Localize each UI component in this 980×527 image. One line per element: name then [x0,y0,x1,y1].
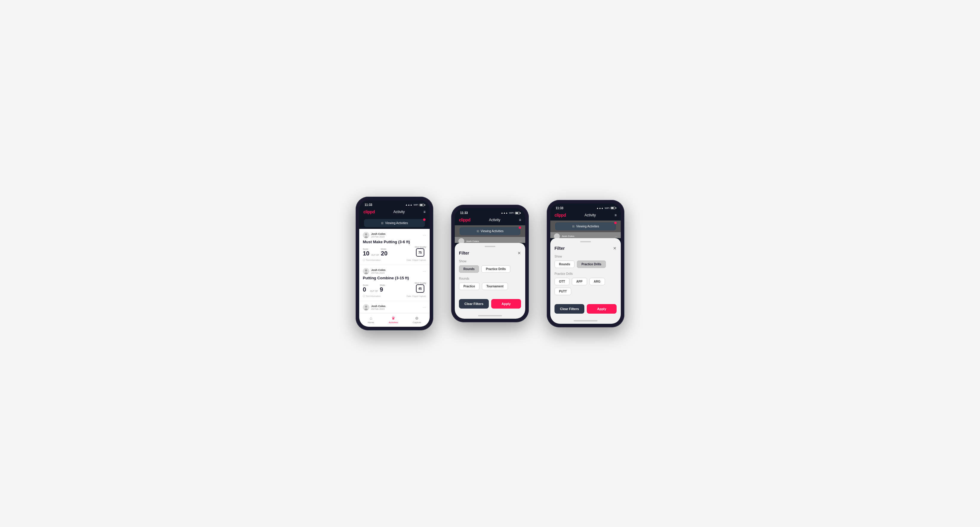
user-name-3: Josh Coles [371,305,385,308]
clear-filters-btn-2[interactable]: Clear Filters [459,299,489,309]
shots-value-1: 20 [381,250,388,257]
header-title-2: Activity [489,218,500,222]
shots-value-2: 9 [380,286,383,293]
apply-btn-2[interactable]: Apply [491,299,521,309]
show-label-2: Show [459,260,521,263]
stats-row-1: Score 10 OUT OF Shots 20 Shot Quality 75 [363,246,426,257]
notch-2 [480,208,500,214]
viewing-dot-2 [519,227,521,229]
test-info-1: ⓘ Test Information [363,259,381,262]
status-time-2: 11:33 [460,211,468,214]
filter-header-2: Filter ✕ [459,251,521,256]
home-label: Home [368,321,374,324]
quality-badge-1: 75 [416,248,424,257]
viewing-bar-text-3: Viewing Activities [576,225,599,228]
apply-btn-3[interactable]: Apply [587,304,617,314]
app-header-3: clippd Activity ≡ [550,211,621,221]
more-dots-2[interactable]: ··· [423,270,426,273]
scene: 11:33 ▲▲▲ WiFi clippd Activity ≡ [338,179,642,348]
show-buttons-2: Rounds Practice Drills [459,265,521,273]
nav-capture[interactable]: ⊕ Capture [413,316,421,324]
viewing-bar-2: ⊞ Viewing Activities [460,227,520,235]
show-label-3: Show [555,255,617,258]
capture-icon: ⊕ [415,316,418,321]
status-time-3: 11:33 [556,206,563,210]
wifi-icon-2: WiFi [509,211,514,214]
battery-fill-2 [516,213,518,214]
practice-btn-2[interactable]: Practice [459,283,480,290]
status-icons-3: ▲▲▲ WiFi [596,207,616,210]
ott-btn[interactable]: OTT [555,278,570,285]
phone-1-inner: 11:33 ▲▲▲ WiFi clippd Activity ≡ [359,200,430,327]
app-btn[interactable]: APP [572,278,587,285]
viewing-bar-3: ⊞ Viewing Activities [555,222,616,230]
more-dots-1[interactable]: ··· [423,234,426,237]
battery-icon-3 [611,207,616,209]
user-date-2: 28 Feb 2023 [371,271,385,274]
data-source-1: Data: Clippd Capture [407,259,426,261]
card-header-1: Josh Coles 28 Feb 2023 ··· [363,232,426,238]
activity-card-3[interactable]: Josh Coles 28 Feb 2023 ··· [359,301,430,313]
close-button-3[interactable]: ✕ [613,246,617,251]
score-label-2: Score [363,284,368,286]
header-title-1: Activity [393,210,405,214]
battery-icon [420,204,424,206]
clear-filters-btn-3[interactable]: Clear Filters [555,304,584,314]
viewing-bar-text-2: Viewing Activities [481,230,504,233]
quality-label-2: Shot Quality [415,282,426,284]
viewing-bar-1[interactable]: ⊞ Viewing Activities [364,219,425,227]
card-header-2: Josh Coles 28 Feb 2023 ··· [363,268,426,275]
user-name-1: Josh Coles [371,232,385,235]
avatar-3 [363,304,369,311]
app-header-1: clippd Activity ≡ [359,208,430,217]
filter-actions-3: Clear Filters Apply [555,304,617,314]
score-label-1: Score [363,248,369,250]
filter-handle-2 [485,246,495,247]
filter-handle-3 [580,241,591,242]
hamburger-icon-2[interactable]: ≡ [519,218,521,222]
rounds-buttons-2: Practice Tournament [459,283,521,290]
user-info-2: Josh Coles 28 Feb 2023 [363,268,385,275]
rounds-show-btn-3[interactable]: Rounds [555,260,574,268]
nav-activities[interactable]: ♛ Activities [389,316,398,324]
out-of-2: OUT OF [370,290,378,292]
more-dots-3[interactable]: ··· [423,306,426,309]
notch-3 [575,203,596,209]
nav-home[interactable]: ⌂ Home [368,316,374,324]
filter-header-3: Filter ✕ [555,246,617,251]
test-info-2: ⓘ Test Information [363,295,381,298]
hamburger-icon-3[interactable]: ≡ [614,213,617,217]
activity-title-2: Putting Combine (3-15 ft) [363,276,426,280]
filter-icon-2: ⊞ [477,230,479,233]
phone-2: 11:33 ▲▲▲ WiFi clippd Activity ≡ [451,205,529,322]
out-of-1: OUT OF [371,254,379,256]
header-title-3: Activity [585,213,596,217]
drills-show-btn-2[interactable]: Practice Drills [481,265,510,273]
putt-btn[interactable]: PUTT [555,288,571,295]
battery-icon-2 [515,212,520,214]
logo-1: clippd [363,210,375,214]
capture-label: Capture [413,321,421,324]
card-footer-2: ⓘ Test Information Data: Clippd Capture [363,295,426,298]
activity-list-1: Josh Coles 28 Feb 2023 ··· Must Make Put… [359,229,430,313]
close-button-2[interactable]: ✕ [517,251,521,256]
tournament-btn-2[interactable]: Tournament [482,283,508,290]
activity-card-2[interactable]: Josh Coles 28 Feb 2023 ··· Putting Combi… [359,265,430,301]
user-date-1: 28 Feb 2023 [371,235,385,238]
activity-card-1[interactable]: Josh Coles 28 Feb 2023 ··· Must Make Put… [359,229,430,265]
hamburger-icon-1[interactable]: ≡ [423,210,425,214]
rounds-show-btn-2[interactable]: Rounds [459,265,479,273]
drills-show-btn-3[interactable]: Practice Drills [577,260,606,268]
user-info-3: Josh Coles 28 Feb 2023 [363,304,385,311]
status-bar-1: 11:33 ▲▲▲ WiFi [359,200,430,208]
stats-row-2: Score 0 OUT OF Shots 9 Shot Quality 45 [363,282,426,293]
battery-fill [420,205,423,206]
filter-sheet-3: Filter ✕ Show Rounds Practice Drills Pra… [550,238,621,318]
data-source-2: Data: Clippd Capture [407,295,426,297]
arg-btn[interactable]: ARG [589,278,605,285]
card-footer-1: ⓘ Test Information Data: Clippd Capture [363,259,426,262]
viewing-dot-3 [614,222,617,224]
battery-fill-3 [611,207,614,209]
viewing-bar-text-1: Viewing Activities [385,221,408,225]
notch-1 [384,200,405,206]
